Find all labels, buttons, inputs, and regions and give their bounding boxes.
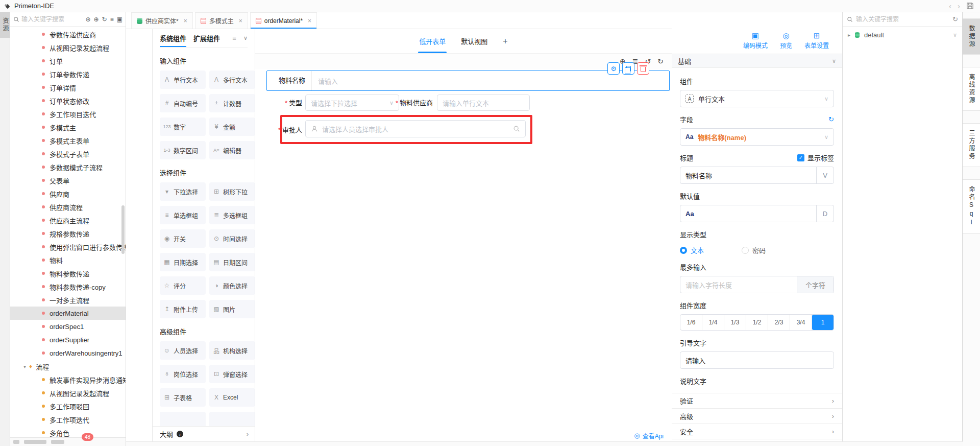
right-strip-tab[interactable]: 命名Sql <box>963 179 980 234</box>
palette-component-button[interactable]: ▦ 日期选择 <box>160 253 206 271</box>
prop-group-row[interactable]: 安全 › <box>672 424 842 439</box>
tree-item[interactable]: ▾ ♦ 供应商流程 <box>10 200 126 214</box>
prop-group-row[interactable]: 高级 › <box>672 408 842 424</box>
palette-component-button[interactable]: ↥ 附件上传 <box>160 300 206 318</box>
tree-item[interactable]: ▾ ♦ 多工作项驳回 <box>10 400 126 413</box>
tree-toolbar-icon[interactable]: ↻ <box>102 16 107 23</box>
palette-menu-icon[interactable]: ≡ <box>232 34 236 42</box>
field-delete-button[interactable] <box>637 62 649 75</box>
tree-toolbar-icon[interactable]: ⊛ <box>85 16 90 23</box>
tree-item[interactable]: ▾ ♦ orderWarehousingentry1 <box>10 346 126 360</box>
tree-item[interactable]: ▾ ♦ 父表单 <box>10 174 126 187</box>
width-option[interactable]: 1/2 <box>746 315 768 330</box>
tab-lowcode-form[interactable]: 低开表单 <box>419 29 446 53</box>
props-section-basic[interactable]: 基础 ∨ <box>672 54 842 68</box>
palette-component-button[interactable]: ☺ 人员选择 <box>160 341 206 360</box>
bottom-scroll-strip[interactable] <box>126 441 963 446</box>
nav-forward-icon[interactable]: › <box>958 2 960 10</box>
palette-component-button[interactable]: ¥ 金额 <box>209 118 255 136</box>
palette-component-button[interactable]: ≡ 单选框组 <box>160 206 206 224</box>
tree-item[interactable]: ▾ ♦ 供应商主流程 <box>10 214 126 227</box>
save-icon[interactable] <box>966 2 974 10</box>
props-mode-button[interactable]: ◎ 预览 <box>780 32 792 50</box>
props-mode-button[interactable]: ⊞ 表单设置 <box>804 32 829 50</box>
tree-item[interactable]: ▾ ♦ 物料 <box>10 253 126 267</box>
right-strip-tab[interactable]: 三方服务 <box>963 123 980 167</box>
palette-component-button[interactable]: 品 机构选择 <box>209 341 255 360</box>
palette-component-button[interactable]: ☆ 评分 <box>160 276 206 295</box>
tree-item[interactable]: ▾ ♦ 多工作项目迭代 <box>10 107 126 121</box>
tree-item[interactable]: ▾ ♦ 订单详情 <box>10 81 126 94</box>
tree-item[interactable]: ▾ ♦ 物料参数传递 <box>10 267 126 280</box>
palette-component-button[interactable]: ⊞ 树形下拉 <box>209 182 255 201</box>
tree-item[interactable]: ▾ ♦ 从视图记录发起流程 <box>10 386 126 400</box>
chevron-down-icon[interactable]: ∨ <box>953 32 957 38</box>
palette-component-button[interactable]: ◑ 颜色选择 <box>209 276 255 295</box>
radio-option[interactable]: 文本 <box>680 245 704 255</box>
tab-extension-components[interactable]: 扩展组件 <box>193 29 220 47</box>
default-value-text[interactable]: Aa <box>680 205 816 222</box>
right-strip-tab[interactable]: 离线资源 <box>963 67 980 111</box>
tree-item[interactable]: ▾ ♦ 多数据模式子流程 <box>10 160 126 174</box>
palette-component-button[interactable]: ⊙ 时间选择 <box>209 229 255 248</box>
tree-search-input[interactable] <box>21 16 83 23</box>
max-input-placeholder[interactable]: 请输入字符长度 <box>680 276 797 293</box>
palette-component-button[interactable]: 8 岗位选择 <box>160 365 206 383</box>
refresh-icon[interactable]: ↻ <box>952 15 958 23</box>
radio-option[interactable]: 密码 <box>742 245 766 255</box>
tree-item[interactable]: ▾ ♦ 供应商 <box>10 187 126 200</box>
width-option[interactable]: 2/3 <box>768 315 790 330</box>
width-option[interactable]: 1/6 <box>680 315 702 330</box>
tree-item[interactable]: ▾ ♦ 参数传递供应商 <box>10 28 126 41</box>
tree-item[interactable]: ▾ ♦ 触发事件实现异步消息通知 <box>10 373 126 386</box>
collapse-chevron-icon[interactable]: ∨ <box>243 35 248 41</box>
tree-item[interactable]: ▾ ♦ 多模式主表单 <box>10 134 126 147</box>
tree-item[interactable]: ▾ ♦ 订单状态修改 <box>10 94 126 107</box>
tree-item[interactable]: ▾ ♦ 物料参数传递-copy <box>10 280 126 293</box>
outline-footer[interactable]: 大纲 i › <box>153 426 255 441</box>
palette-component-button[interactable]: ▧ 图片 <box>209 300 255 318</box>
caret-right-icon[interactable]: ▸ <box>848 32 850 38</box>
type-dropdown[interactable]: 请选择下拉选择 ∨ <box>305 95 399 111</box>
tab-system-components[interactable]: 系统组件 <box>160 29 186 47</box>
caret-down-icon[interactable]: ▾ <box>23 364 26 369</box>
props-mode-button[interactable]: ▣ 编码模式 <box>743 32 768 50</box>
tree-item[interactable]: ▾ ♦ orderSpec1 <box>10 320 126 333</box>
palette-component-button[interactable]: ▾ 下拉选择 <box>160 182 206 201</box>
file-tab[interactable]: 多模式主 × <box>195 12 248 29</box>
tab-default-view[interactable]: 默认视图 <box>461 29 487 53</box>
supplier-input[interactable]: 请输入单行文本 <box>437 95 530 111</box>
palette-component-button[interactable]: A≡ 编辑器 <box>209 141 255 159</box>
file-tab[interactable]: 供应商实体* × <box>131 12 193 29</box>
dynamic-suffix-button[interactable]: D <box>816 205 834 222</box>
add-view-button[interactable]: + <box>503 37 507 46</box>
tree-toolbar-icon[interactable]: ≡ <box>110 16 114 23</box>
palette-component-button[interactable]: # 自动编号 <box>160 94 206 112</box>
tree-item[interactable]: ▾ ♦ 从视图记录发起流程 <box>10 41 126 54</box>
datasource-search-input[interactable] <box>856 16 949 23</box>
tree-toolbar-icon[interactable]: ▣ <box>117 16 122 23</box>
close-icon[interactable]: × <box>239 17 242 25</box>
checkbox-checked-icon[interactable]: ✓ <box>797 154 804 161</box>
palette-component-button[interactable]: 123 数字 <box>160 118 206 136</box>
file-tab[interactable]: orderMaterial* × <box>250 12 317 29</box>
width-option[interactable]: 1/3 <box>724 315 746 330</box>
field-refresh-icon[interactable]: ↻ <box>828 115 834 123</box>
palette-component-button[interactable]: ⊞ 子表格 <box>160 388 206 407</box>
title-input-value[interactable]: 物料名称 <box>680 167 816 183</box>
width-option[interactable]: 1/4 <box>702 315 724 330</box>
tree-toolbar-icon[interactable]: ⊕ <box>94 16 99 23</box>
tree-item[interactable]: ▾ ♦ orderSupplier <box>10 333 126 346</box>
palette-component-button[interactable]: 1-3 数字区间 <box>160 141 206 159</box>
tree-item[interactable]: ▾ ♦ orderMaterial <box>10 307 126 320</box>
right-strip-tab[interactable]: 数据源 <box>963 18 980 55</box>
tree-item[interactable]: ▾ ♦ 订单 <box>10 54 126 67</box>
guide-text-value[interactable]: 请输入 <box>680 352 834 368</box>
chevron-right-icon[interactable]: › <box>247 430 249 438</box>
field-copy-button[interactable] <box>622 62 634 75</box>
component-select[interactable]: A 单行文本 ∨ <box>680 90 834 107</box>
form-design-surface[interactable]: ⚙ 物料名称 请输入 *类型 请选择下拉选择 ∨ <box>255 69 672 446</box>
tree-item[interactable]: ▾ ♦ 订单参数传递 <box>10 67 126 81</box>
palette-component-button[interactable]: ± 计数器 <box>209 94 255 112</box>
prop-group-row[interactable]: 验证 › <box>672 393 842 408</box>
